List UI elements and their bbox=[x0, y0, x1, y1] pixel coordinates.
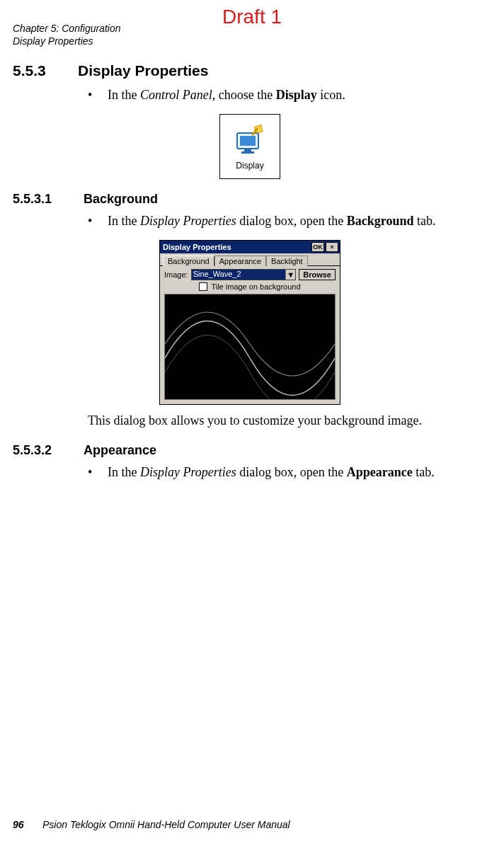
heading-title: Display Properties bbox=[78, 62, 208, 79]
heading-number: 5.5.3 bbox=[13, 62, 78, 79]
book-title: Psion Teklogix Omnii Hand-Held Computer … bbox=[42, 819, 290, 830]
heading-title: Appearance bbox=[84, 443, 156, 457]
bullet-marker: • bbox=[88, 86, 108, 104]
page-header: Chapter 5: Configuration Display Propert… bbox=[13, 23, 121, 47]
tab-background[interactable]: Background bbox=[163, 256, 214, 266]
page-footer: 96Psion Teklogix Omnii Hand-Held Compute… bbox=[13, 819, 290, 830]
chevron-down-icon: ▼ bbox=[285, 270, 295, 280]
ok-button[interactable]: OK bbox=[311, 242, 324, 252]
tile-checkbox-label: Tile image on background bbox=[211, 282, 300, 291]
tab-appearance[interactable]: Appearance bbox=[214, 256, 266, 266]
image-combobox[interactable]: Sine_Wave_2 ▼ bbox=[191, 269, 297, 280]
image-label: Image: bbox=[164, 270, 188, 279]
draft-watermark: Draft 1 bbox=[222, 6, 282, 28]
close-button[interactable]: × bbox=[326, 242, 338, 252]
tab-backlight[interactable]: Backlight bbox=[266, 256, 308, 266]
bullet-marker: • bbox=[88, 212, 108, 230]
sine-wave-preview bbox=[165, 294, 335, 400]
heading-number: 5.5.3.1 bbox=[13, 192, 84, 207]
display-icon-figure: Display bbox=[219, 114, 280, 179]
display-properties-dialog: Display Properties OK × Background Appea… bbox=[159, 240, 340, 405]
heading-5-5-3-2: 5.5.3.2Appearance bbox=[13, 443, 487, 458]
display-icon bbox=[233, 123, 267, 157]
heading-title: Background bbox=[84, 192, 158, 206]
image-combobox-value: Sine_Wave_2 bbox=[192, 270, 286, 280]
dialog-titlebar: Display Properties OK × bbox=[160, 241, 340, 253]
background-preview bbox=[164, 294, 336, 400]
svg-rect-2 bbox=[244, 149, 251, 151]
header-chapter: Chapter 5: Configuration bbox=[13, 23, 121, 35]
header-section: Display Properties bbox=[13, 35, 121, 48]
svg-rect-1 bbox=[240, 136, 256, 146]
bullet-text: In the Display Properties dialog box, op… bbox=[108, 212, 436, 230]
heading-5-5-3-1: 5.5.3.1Background bbox=[13, 192, 487, 207]
bullet-marker: • bbox=[88, 464, 108, 481]
page-number: 96 bbox=[13, 819, 42, 830]
display-icon-label: Display bbox=[236, 161, 263, 171]
browse-button[interactable]: Browse bbox=[299, 269, 336, 280]
dialog-tabs: Background Appearance Backlight bbox=[160, 253, 340, 266]
tile-checkbox[interactable] bbox=[199, 282, 207, 291]
background-description: This dialog box allows you to customize … bbox=[88, 412, 487, 430]
heading-number: 5.5.3.2 bbox=[13, 443, 84, 458]
heading-5-5-3: 5.5.3Display Properties bbox=[13, 62, 487, 79]
dialog-body: Image: Sine_Wave_2 ▼ Browse Tile image o… bbox=[160, 266, 340, 404]
bullet-item: • In the Display Properties dialog box, … bbox=[88, 464, 487, 481]
bullet-text: In the Control Panel, choose the Display… bbox=[108, 86, 345, 104]
svg-rect-3 bbox=[241, 151, 254, 154]
dialog-title: Display Properties bbox=[163, 243, 310, 251]
bullet-item: • In the Control Panel, choose the Displ… bbox=[88, 86, 487, 104]
bullet-text: In the Display Properties dialog box, op… bbox=[108, 464, 435, 481]
bullet-item: • In the Display Properties dialog box, … bbox=[88, 212, 487, 230]
